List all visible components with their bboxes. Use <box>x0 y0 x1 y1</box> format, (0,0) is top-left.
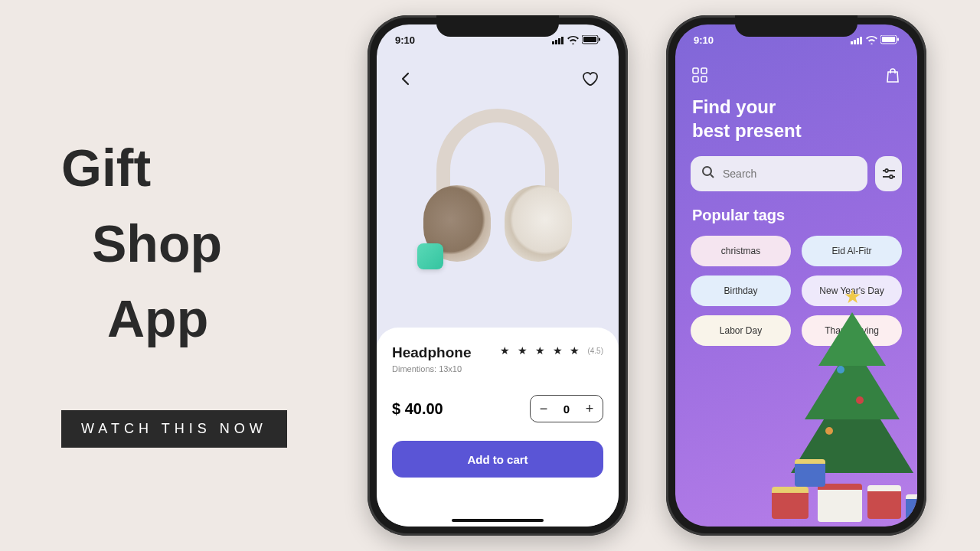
search-heading: Find your best present <box>692 95 802 142</box>
favorite-button[interactable] <box>579 67 602 90</box>
popular-tags-title: Popular tags <box>692 207 785 224</box>
tag-christmas[interactable]: christmas <box>691 236 791 266</box>
svg-rect-16 <box>693 77 698 82</box>
add-to-cart-button[interactable]: Add to cart <box>392 441 603 478</box>
rating-count: (4.5) <box>587 347 603 355</box>
svg-rect-13 <box>897 38 899 41</box>
phone-mockup-search: 9:10 Find your best present <box>666 15 926 536</box>
decrement-button[interactable]: − <box>531 396 557 422</box>
heading-line-2: best present <box>692 119 802 142</box>
watch-now-button[interactable]: WATCH THIS NOW <box>61 410 287 448</box>
quantity-value: 0 <box>557 403 577 416</box>
filter-button[interactable] <box>875 156 902 191</box>
svg-rect-15 <box>701 68 707 73</box>
product-dimensions: Dimentions: 13x10 <box>392 364 471 373</box>
product-sheet: Headphone Dimentions: 13x10 ★ ★ ★ ★ ★ (4… <box>377 328 619 527</box>
tag-birthday[interactable]: Birthday <box>691 276 791 306</box>
product-title: Headphone <box>392 344 471 361</box>
product-image <box>410 101 586 277</box>
tag-grid: christmas Eid Al-Fitr Birthday New Year'… <box>691 236 902 346</box>
tag-labor-day[interactable]: Labor Day <box>691 315 791 346</box>
home-indicator <box>452 519 544 522</box>
grid-menu-icon[interactable] <box>692 67 707 86</box>
status-time: 9:10 <box>694 34 714 46</box>
battery-icon <box>880 35 899 44</box>
svg-rect-9 <box>857 38 859 44</box>
svg-rect-1 <box>555 40 557 44</box>
status-time: 9:10 <box>395 34 415 46</box>
phone-mockup-product: 9:10 H <box>368 15 628 536</box>
svg-rect-5 <box>583 37 596 42</box>
signal-icon <box>552 36 564 44</box>
back-button[interactable] <box>394 67 416 90</box>
svg-rect-3 <box>561 37 564 44</box>
headline-line-1: Gift <box>61 139 151 197</box>
product-rating: ★ ★ ★ ★ ★ (4.5) <box>500 344 603 357</box>
wifi-icon <box>567 36 579 44</box>
tag-thanksgiving[interactable]: Thanksgiving <box>802 315 902 346</box>
svg-rect-17 <box>701 77 707 82</box>
star-icons: ★ ★ ★ ★ ★ <box>500 344 583 357</box>
svg-rect-0 <box>552 41 554 44</box>
product-price: $ 40.00 <box>392 400 443 418</box>
svg-rect-2 <box>558 38 560 44</box>
svg-point-18 <box>703 167 711 175</box>
promo-headline: Gift Shop App <box>61 130 287 357</box>
quantity-stepper[interactable]: − 0 + <box>530 395 603 422</box>
battery-icon <box>582 35 600 44</box>
signal-icon <box>851 36 863 44</box>
heading-line-1: Find your <box>692 95 802 119</box>
color-swatch[interactable] <box>417 243 443 269</box>
wifi-icon <box>866 36 877 44</box>
headline-line-2: Shop <box>61 206 287 282</box>
increment-button[interactable]: + <box>577 396 603 422</box>
headline-line-3: App <box>61 281 287 357</box>
svg-rect-7 <box>851 41 853 44</box>
svg-rect-12 <box>882 37 895 42</box>
svg-line-19 <box>710 174 714 178</box>
shopping-bag-icon[interactable] <box>885 67 900 86</box>
svg-rect-14 <box>693 68 698 73</box>
tag-eid-al-fitr[interactable]: Eid Al-Fitr <box>802 236 902 266</box>
search-input-container[interactable] <box>691 156 867 191</box>
search-icon <box>701 165 715 182</box>
tag-new-years-day[interactable]: New Year's Day <box>802 276 902 306</box>
svg-point-21 <box>885 169 888 172</box>
svg-rect-8 <box>854 40 856 44</box>
svg-rect-10 <box>860 37 862 44</box>
search-input[interactable] <box>723 168 857 180</box>
svg-point-23 <box>890 175 893 178</box>
svg-rect-6 <box>599 38 600 41</box>
